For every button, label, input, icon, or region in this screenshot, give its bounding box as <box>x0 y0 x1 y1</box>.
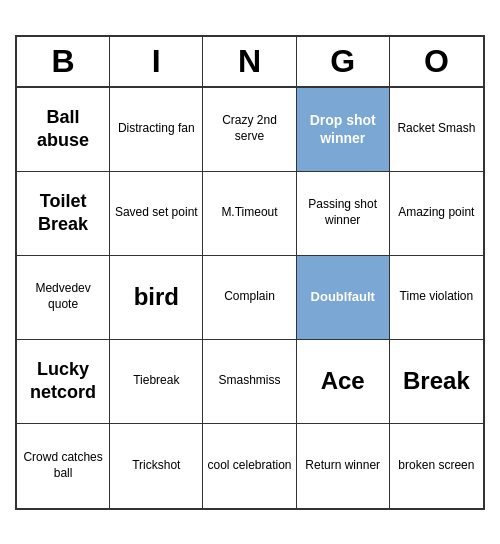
bingo-cell-19[interactable]: Break <box>390 340 483 424</box>
bingo-cell-15[interactable]: Lucky netcord <box>17 340 110 424</box>
bingo-cell-11[interactable]: bird <box>110 256 203 340</box>
bingo-cell-1[interactable]: Distracting fan <box>110 88 203 172</box>
header-o: O <box>390 37 483 86</box>
bingo-cell-13[interactable]: Doublfault <box>297 256 390 340</box>
bingo-cell-23[interactable]: Return winner <box>297 424 390 508</box>
bingo-cell-14[interactable]: Time violation <box>390 256 483 340</box>
bingo-cell-6[interactable]: Saved set point <box>110 172 203 256</box>
bingo-cell-4[interactable]: Racket Smash <box>390 88 483 172</box>
bingo-cell-7[interactable]: M.Timeout <box>203 172 296 256</box>
bingo-cell-18[interactable]: Ace <box>297 340 390 424</box>
bingo-cell-22[interactable]: cool celebration <box>203 424 296 508</box>
header-i: I <box>110 37 203 86</box>
bingo-header: B I N G O <box>17 37 483 88</box>
bingo-cell-17[interactable]: Smashmiss <box>203 340 296 424</box>
bingo-card: B I N G O Ball abuseDistracting fanCrazy… <box>15 35 485 510</box>
bingo-cell-24[interactable]: broken screen <box>390 424 483 508</box>
bingo-cell-8[interactable]: Passing shot winner <box>297 172 390 256</box>
bingo-grid: Ball abuseDistracting fanCrazy 2nd serve… <box>17 88 483 508</box>
bingo-cell-3[interactable]: Drop shot winner <box>297 88 390 172</box>
bingo-cell-16[interactable]: Tiebreak <box>110 340 203 424</box>
bingo-cell-12[interactable]: Complain <box>203 256 296 340</box>
bingo-cell-0[interactable]: Ball abuse <box>17 88 110 172</box>
header-b: B <box>17 37 110 86</box>
bingo-cell-20[interactable]: Crowd catches ball <box>17 424 110 508</box>
bingo-cell-10[interactable]: Medvedev quote <box>17 256 110 340</box>
header-n: N <box>203 37 296 86</box>
bingo-cell-21[interactable]: Trickshot <box>110 424 203 508</box>
bingo-cell-5[interactable]: Toilet Break <box>17 172 110 256</box>
bingo-cell-9[interactable]: Amazing point <box>390 172 483 256</box>
header-g: G <box>297 37 390 86</box>
bingo-cell-2[interactable]: Crazy 2nd serve <box>203 88 296 172</box>
